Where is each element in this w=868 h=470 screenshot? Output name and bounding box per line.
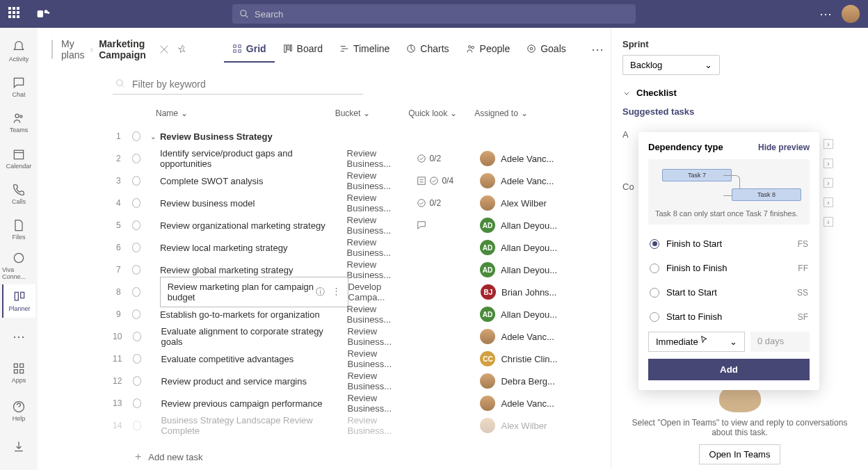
column-assigned[interactable]: Assigned to⌄ [474,108,597,118]
rail-viva[interactable]: Viva Conne... [2,249,35,282]
search-input[interactable] [255,9,629,19]
table-row[interactable]: 4Review business modelReview Business...… [38,192,611,214]
table-row[interactable]: 8Review marketing plan for campaign budg… [38,281,611,303]
more-options-icon[interactable]: ⋯ [819,6,832,22]
task-name[interactable]: Business Strategy Landscape Review Compl… [161,415,347,436]
complete-toggle[interactable] [132,265,140,275]
tab-people[interactable]: People [458,36,519,63]
task-assignee[interactable]: ADAllan Deyou... [480,240,597,255]
task-name[interactable]: Review business model [160,198,347,209]
task-assignee[interactable]: Adele Vanc... [480,396,597,411]
dependency-option[interactable]: Finish to FinishFF [648,256,810,280]
pin-icon[interactable] [177,44,188,55]
complete-toggle[interactable] [132,243,140,252]
task-name[interactable]: Review global marketing strategy [160,265,347,275]
task-name[interactable]: Review local marketing strategy [160,243,347,253]
add-dependency-button[interactable]: Add [648,359,810,380]
task-assignee[interactable]: CCChristie Clin... [480,351,597,366]
complete-toggle[interactable] [132,309,140,319]
complete-toggle[interactable] [133,332,141,341]
complete-toggle[interactable] [132,198,140,208]
complete-toggle[interactable] [133,398,141,408]
task-name[interactable]: Evaluate alignment to corporate strategy… [161,326,347,347]
task-assignee[interactable]: ADAllan Deyou... [480,218,597,233]
checklist-toggle[interactable]: Checklist [622,88,857,98]
more-icon[interactable]: ⋮ [332,286,341,298]
rail-apps[interactable]: Apps [2,356,35,389]
task-name[interactable]: Review organizational marketing strategy [160,220,347,231]
suggested-tasks-link[interactable]: Suggested tasks [622,106,857,117]
share-icon[interactable] [159,44,170,55]
app-launcher-icon[interactable] [8,7,22,21]
rail-activity[interactable]: Activity [2,35,35,67]
task-name[interactable]: Review previous campaign performance [161,398,347,409]
chevron-right-icon[interactable]: › [823,197,833,207]
task-name-editing[interactable]: Review marketing plan for campaign budge… [160,277,348,307]
add-task-button[interactable]: + Add new task [38,444,611,470]
table-row[interactable]: 5Review organizational marketing strateg… [38,214,611,236]
table-row[interactable]: 12Review product and service marginsRevi… [38,370,611,392]
complete-toggle[interactable] [132,176,140,186]
task-assignee[interactable]: Adele Vanc... [480,173,597,188]
table-row[interactable]: 11Evaluate competitive advantagesReview … [38,348,611,370]
task-assignee[interactable]: Adele Vanc... [480,329,597,344]
task-assignee[interactable]: Alex Wilber [480,195,597,211]
dependency-option[interactable]: Start to FinishSF [648,305,810,329]
rail-calls[interactable]: Calls [2,177,35,210]
rail-chat[interactable]: Chat [2,70,35,103]
chevron-right-icon[interactable]: › [823,139,833,149]
expand-icon[interactable]: ⌄ [150,133,157,140]
rail-planner[interactable]: Planner [2,284,35,317]
dependency-option[interactable]: Start to StartSS [648,280,810,305]
table-row[interactable]: 14Business Strategy Landscape Review Com… [38,414,611,437]
table-row[interactable]: 10Evaluate alignment to corporate strate… [38,325,611,348]
task-name[interactable]: Review product and service margins [161,376,347,387]
sprint-select[interactable]: Backlog ⌄ [622,55,720,75]
dependency-option[interactable]: Finish to StartFS [648,232,810,256]
complete-toggle[interactable] [132,287,140,297]
task-name[interactable]: Identify service/product gaps and opport… [160,148,347,169]
rail-help[interactable]: Help [2,394,35,427]
column-bucket[interactable]: Bucket⌄ [335,108,409,118]
column-name[interactable]: Name⌄ [113,108,335,118]
lag-mode-select[interactable]: Immediate ⌄ [648,332,745,352]
column-quick[interactable]: Quick look⌄ [408,108,474,118]
complete-toggle[interactable] [132,220,140,230]
task-name[interactable]: Evaluate competitive advantages [161,354,347,364]
task-assignee[interactable]: ADAllan Deyou... [480,307,597,322]
hide-preview-link[interactable]: Hide preview [758,143,810,152]
task-assignee[interactable]: Alex Wilber [480,418,597,433]
task-assignee[interactable]: Adele Vanc... [480,151,597,166]
task-assignee[interactable]: Debra Berg... [480,373,597,389]
rail-calendar[interactable]: Calendar [2,142,35,175]
tab-goals[interactable]: Goals [518,36,574,63]
rail-download[interactable] [2,430,35,463]
info-icon[interactable]: ⓘ [316,286,325,298]
complete-toggle[interactable] [132,131,140,141]
table-row[interactable]: 1⌄Review Business Strategy [38,125,611,147]
breadcrumb-parent[interactable]: My plans [61,38,84,60]
task-name[interactable]: Complete SWOT analysis [160,176,347,186]
global-search[interactable] [232,4,636,24]
tab-grid[interactable]: Grid [224,36,275,63]
complete-toggle[interactable] [133,421,141,430]
rail-more[interactable]: ⋯ [2,321,35,353]
rail-teams[interactable]: Teams [2,106,35,139]
table-row[interactable]: 13Review previous campaign performanceRe… [38,392,611,414]
task-assignee[interactable]: BJBrian Johns... [481,284,597,300]
tab-board[interactable]: Board [275,36,331,63]
chevron-right-icon[interactable]: › [823,217,833,227]
complete-toggle[interactable] [132,154,140,163]
complete-toggle[interactable] [133,354,141,364]
table-row[interactable]: 2Identify service/product gaps and oppor… [38,147,611,170]
filter-input[interactable] [113,74,363,95]
rail-files[interactable]: Files [2,213,35,246]
open-in-teams-button[interactable]: Open In Teams [699,444,781,464]
profile-avatar[interactable] [842,5,860,23]
table-row[interactable]: 6Review local marketing strategyReview B… [38,236,611,259]
task-assignee[interactable]: ADAllan Deyou... [480,262,597,277]
complete-toggle[interactable] [133,376,141,386]
chevron-right-icon[interactable]: › [823,159,833,168]
chevron-right-icon[interactable]: › [823,178,833,188]
tab-overflow-icon[interactable]: ⋯ [591,42,604,57]
